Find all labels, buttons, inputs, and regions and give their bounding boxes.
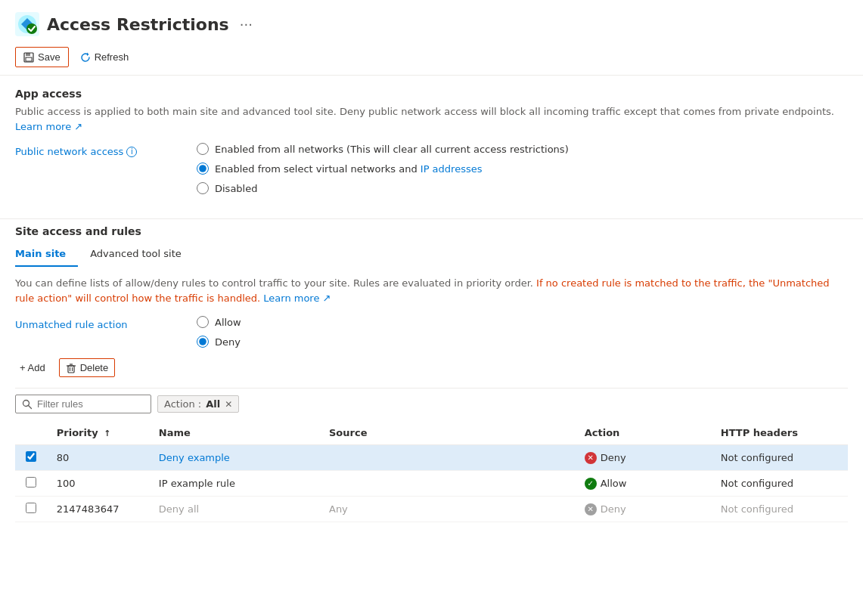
svg-rect-4	[26, 53, 30, 56]
col-checkbox	[15, 421, 48, 445]
row-source	[320, 471, 576, 497]
row-action: ✕ Deny	[576, 445, 712, 471]
col-source: Source	[320, 421, 576, 445]
toolbar: Save Refresh	[0, 44, 863, 76]
radio-disabled-input[interactable]	[197, 182, 209, 194]
radio-select-input[interactable]	[197, 163, 209, 175]
add-button[interactable]: + Add	[15, 359, 50, 376]
delete-icon	[66, 363, 76, 373]
row-source	[320, 445, 576, 471]
action-text: Deny	[601, 452, 626, 463]
unmatched-deny-label: Deny	[215, 336, 241, 348]
page-header: Access Restrictions ···	[0, 0, 863, 44]
col-action: Action	[576, 421, 712, 445]
app-access-info-text: Public access is applied to both main si…	[15, 106, 834, 117]
action-badge: ✕ Deny	[585, 452, 626, 464]
filter-input-wrapper[interactable]	[15, 395, 151, 413]
sort-arrow-icon: ↑	[104, 429, 110, 438]
ip-addresses-link[interactable]: IP addresses	[421, 163, 483, 175]
row-action: ✓ Allow	[576, 471, 712, 497]
filter-tag: Action : All ✕	[157, 395, 239, 413]
refresh-label: Refresh	[95, 51, 129, 63]
filter-divider	[15, 388, 848, 388]
refresh-button[interactable]: Refresh	[72, 47, 138, 67]
row-checkbox[interactable]	[26, 503, 36, 513]
row-http-headers: Not configured	[712, 497, 848, 522]
row-name: Deny all	[150, 497, 320, 522]
radio-all-label: Enabled from all networks (This will cle…	[215, 144, 569, 155]
site-access-title: Site access and rules	[15, 225, 848, 237]
delete-label: Delete	[80, 362, 109, 373]
unmatched-allow[interactable]: Allow	[197, 316, 241, 328]
unmatched-allow-input[interactable]	[197, 316, 209, 328]
row-name[interactable]: Deny example	[150, 445, 320, 471]
action-badge: ✓ Allow	[585, 478, 627, 490]
app-access-learn-more[interactable]: Learn more ↗	[15, 121, 82, 132]
filter-tag-label: Action :	[164, 398, 201, 410]
row-checkbox[interactable]	[26, 477, 36, 488]
row-http-headers: Not configured	[712, 471, 848, 497]
radio-select-networks[interactable]: Enabled from select virtual networks and…	[197, 163, 569, 175]
unmatched-radio-group: Allow Deny	[197, 316, 241, 348]
unmatched-deny[interactable]: Deny	[197, 336, 241, 348]
table-row[interactable]: 80Deny example✕ DenyNot configured	[15, 445, 848, 471]
col-priority[interactable]: Priority ↑	[48, 421, 150, 445]
row-name-link[interactable]: Deny example	[159, 452, 230, 463]
section-divider	[0, 218, 863, 219]
unmatched-deny-input[interactable]	[197, 336, 209, 348]
public-network-info-icon[interactable]: i	[126, 147, 137, 157]
tab-main-site[interactable]: Main site	[15, 242, 78, 267]
filter-rules-input[interactable]	[37, 398, 143, 410]
unmatched-label: Unmatched rule action	[15, 316, 151, 330]
col-name: Name	[150, 421, 320, 445]
deny-gray-icon: ✕	[585, 503, 597, 515]
row-checkbox-cell	[15, 445, 48, 471]
row-source: Any	[320, 497, 576, 522]
site-access-section: Site access and rules Main site Advanced…	[0, 225, 863, 534]
rules-action-toolbar: + Add Delete	[15, 354, 848, 382]
app-access-section: App access Public access is applied to b…	[0, 88, 863, 212]
delete-button[interactable]: Delete	[59, 358, 116, 377]
desc-normal: You can define lists of allow/deny rules…	[15, 277, 536, 289]
tab-advanced-tool-site[interactable]: Advanced tool site	[90, 242, 194, 267]
col-http-headers: HTTP headers	[712, 421, 848, 445]
site-access-learn-more[interactable]: Learn more ↗	[263, 293, 331, 304]
row-priority: 80	[48, 445, 150, 471]
svg-marker-6	[87, 52, 89, 56]
svg-rect-5	[26, 57, 32, 61]
search-icon	[22, 399, 33, 410]
app-access-info: Public access is applied to both main si…	[15, 104, 848, 134]
row-checkbox[interactable]	[26, 451, 36, 462]
action-text: Allow	[601, 478, 627, 489]
deny-icon: ✕	[585, 452, 597, 464]
row-name: IP example rule	[150, 471, 320, 497]
site-tabs: Main site Advanced tool site	[15, 242, 848, 267]
radio-all-input[interactable]	[197, 143, 209, 155]
table-row[interactable]: 2147483647Deny allAny✕ DenyNot configure…	[15, 497, 848, 522]
radio-disabled-label: Disabled	[215, 183, 257, 194]
allow-icon: ✓	[585, 478, 597, 490]
row-checkbox-cell	[15, 471, 48, 497]
site-access-description: You can define lists of allow/deny rules…	[15, 276, 848, 305]
filter-tag-close[interactable]: ✕	[225, 399, 232, 410]
action-text: Deny	[601, 503, 626, 515]
svg-line-13	[29, 405, 32, 408]
save-button[interactable]: Save	[15, 47, 69, 67]
public-network-row: Public network access i Enabled from all…	[15, 143, 848, 194]
row-checkbox-cell	[15, 497, 48, 522]
radio-disabled-networks[interactable]: Disabled	[197, 182, 569, 194]
unmatched-allow-label: Allow	[215, 317, 241, 328]
row-action: ✕ Deny	[576, 497, 712, 522]
radio-select-label: Enabled from select virtual networks and…	[215, 163, 482, 175]
action-badge: ✕ Deny	[585, 503, 626, 515]
row-priority: 100	[48, 471, 150, 497]
public-network-label: Public network access i	[15, 143, 151, 157]
table-header-row: Priority ↑ Name Source Action HTTP heade…	[15, 421, 848, 445]
more-options-icon[interactable]: ···	[240, 17, 253, 33]
filter-tag-value: All	[206, 398, 220, 410]
table-row[interactable]: 100IP example rule✓ AllowNot configured	[15, 471, 848, 497]
rules-table: Priority ↑ Name Source Action HTTP heade…	[15, 421, 848, 522]
radio-all-networks[interactable]: Enabled from all networks (This will cle…	[197, 143, 569, 155]
refresh-icon	[80, 52, 91, 63]
row-priority: 2147483647	[48, 497, 150, 522]
